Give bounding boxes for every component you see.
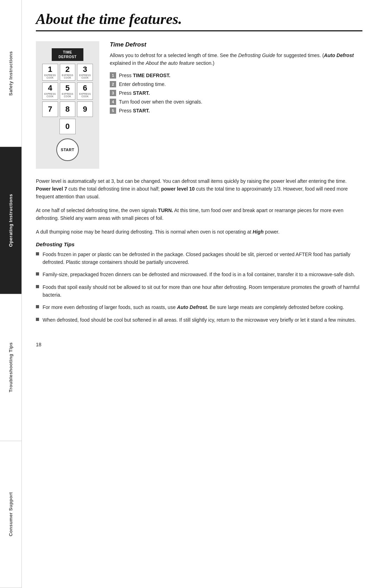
body-para-3: A dull thumping noise may be heard durin… — [36, 228, 362, 236]
key-4-number: 4 — [48, 84, 52, 92]
bullet-1-icon — [36, 252, 39, 255]
step-1: 1 Press TIME DEFROST. — [110, 72, 362, 79]
key-2-label: EXPRESS COOK — [61, 74, 75, 79]
key-6[interactable]: 6 EXPRESS COOK — [77, 82, 93, 99]
sidebar-section-tips: Troubleshooting Tips — [0, 294, 21, 441]
step-1-num: 1 — [110, 72, 116, 79]
key-7[interactable]: 7 — [42, 101, 58, 117]
step-5-num: 5 — [110, 107, 116, 114]
step-2: 2 Enter defrosting time. — [110, 81, 362, 88]
bullet-5-text: When defrosted, food should be cool but … — [43, 316, 356, 324]
bullet-4-text: For more even defrosting of larger foods… — [43, 304, 344, 311]
sidebar-label-support: Consumer Support — [8, 492, 13, 537]
body-para-2: At one half of selected defrosting time,… — [36, 206, 362, 222]
bullet-item-2: Family-size, prepackaged frozen dinners … — [36, 271, 362, 279]
bullet-2-icon — [36, 272, 39, 276]
bullet-item-4: For more even defrosting of larger foods… — [36, 304, 362, 311]
key-5[interactable]: 5 EXPRESS COOK — [60, 82, 76, 99]
key-0[interactable]: 0 — [59, 119, 76, 134]
key-3-number: 3 — [83, 66, 87, 73]
bullet-item-1: Foods frozen in paper or plastic can be … — [36, 251, 362, 266]
key-6-label: EXPRESS COOK — [78, 93, 92, 98]
bullet-3-text: Foods that spoil easily should not be al… — [43, 284, 362, 299]
intro-text: Allows you to defrost for a selected len… — [110, 52, 362, 67]
bullet-5-icon — [36, 318, 39, 321]
sidebar-label-operating: Operating Instructions — [8, 194, 13, 247]
key-4[interactable]: 4 EXPRESS COOK — [42, 82, 58, 99]
top-section: TIME DEFROST 1 EXPRESS COOK 2 EXPRESS CO… — [36, 41, 362, 169]
start-button[interactable]: START — [56, 138, 79, 161]
step-5: 5 Press START. — [110, 107, 362, 114]
key-3-label: EXPRESS COOK — [78, 74, 92, 79]
sidebar-section-support: Consumer Support — [0, 441, 21, 588]
step-4: 4 Turn food over when the oven signals. — [110, 98, 362, 106]
sidebar-label-tips: Troubleshooting Tips — [8, 342, 13, 392]
step-2-num: 2 — [110, 81, 116, 87]
main-content: About the time features. TIME DEFROST 1 … — [22, 0, 380, 588]
page-title: About the time features. — [36, 11, 362, 31]
keypad-grid: 1 EXPRESS COOK 2 EXPRESS COOK 3 EXPRESS … — [42, 64, 93, 134]
step-4-num: 4 — [110, 99, 116, 105]
key-5-number: 5 — [65, 84, 70, 92]
key-3[interactable]: 3 EXPRESS COOK — [77, 64, 93, 81]
page-number: 18 — [36, 342, 362, 347]
key-1[interactable]: 1 EXPRESS COOK — [42, 64, 58, 81]
step-3-num: 3 — [110, 90, 116, 96]
section-title: Time Defrost — [110, 41, 362, 48]
key-2-number: 2 — [65, 66, 70, 73]
key-1-label: EXPRESS COOK — [43, 74, 57, 79]
bullet-item-5: When defrosted, food should be cool but … — [36, 316, 362, 324]
key-5-label: EXPRESS COOK — [61, 93, 75, 98]
keypad-panel: TIME DEFROST 1 EXPRESS COOK 2 EXPRESS CO… — [36, 41, 99, 169]
key-4-label: EXPRESS COOK — [43, 93, 57, 98]
sidebar: Safety Instructions Operating Instructio… — [0, 0, 22, 588]
bullet-3-icon — [36, 285, 39, 288]
key-9-number: 9 — [83, 105, 87, 113]
key-9[interactable]: 9 — [77, 101, 93, 117]
time-defrost-label: TIME DEFROST — [52, 48, 83, 61]
body-para-1: Power level is automatically set at 3, b… — [36, 177, 362, 201]
sidebar-section-operating: Operating Instructions — [0, 147, 21, 294]
bullet-item-3: Foods that spoil easily should not be al… — [36, 284, 362, 299]
key-2[interactable]: 2 EXPRESS COOK — [60, 64, 76, 81]
key-0-number: 0 — [65, 123, 70, 130]
bullet-list: Foods frozen in paper or plastic can be … — [36, 251, 362, 329]
key-8[interactable]: 8 — [60, 101, 76, 117]
key-1-number: 1 — [48, 66, 52, 73]
step-2-text: Enter defrosting time. — [119, 81, 166, 88]
text-section: Time Defrost Allows you to defrost for a… — [110, 41, 362, 169]
step-4-text: Turn food over when the oven signals. — [119, 98, 202, 106]
key-7-number: 7 — [48, 105, 52, 113]
bullet-4-icon — [36, 305, 39, 308]
steps-list: 1 Press TIME DEFROST. 2 Enter defrosting… — [110, 72, 362, 114]
step-3: 3 Press START. — [110, 89, 362, 97]
bullet-2-text: Family-size, prepackaged frozen dinners … — [43, 271, 355, 279]
step-1-text: Press TIME DEFROST. — [119, 72, 170, 79]
bullet-1-text: Foods frozen in paper or plastic can be … — [43, 251, 362, 266]
key-6-number: 6 — [83, 84, 87, 92]
defrosting-tips-title: Defrosting Tips — [36, 241, 362, 247]
key-zero-container: 0 — [42, 119, 93, 134]
key-8-number: 8 — [65, 105, 70, 113]
step-3-text: Press START. — [119, 89, 150, 97]
sidebar-label-safety: Safety Instructions — [8, 51, 13, 96]
sidebar-section-safety: Safety Instructions — [0, 0, 21, 147]
step-5-text: Press START. — [119, 107, 150, 114]
